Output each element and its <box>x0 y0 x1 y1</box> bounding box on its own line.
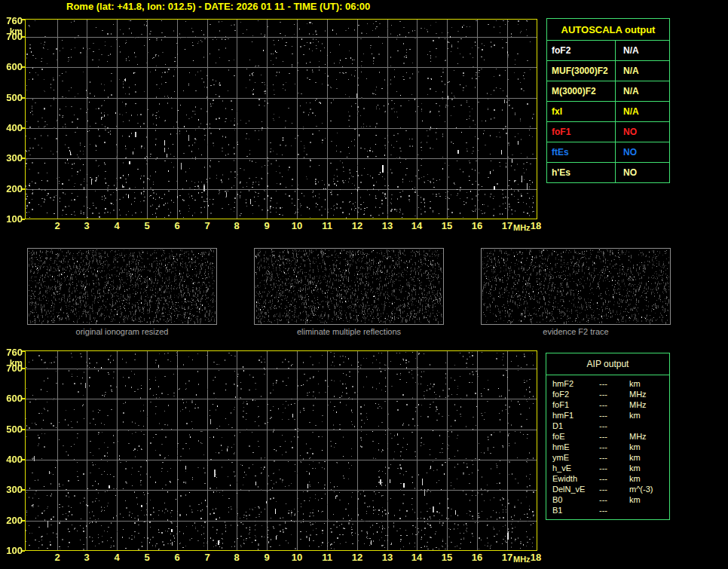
aip-row-label: foF1 <box>546 399 599 410</box>
bottom-y-axis-label-700: 700 <box>0 364 23 373</box>
top-x-axis-label-8: 8 <box>228 221 246 231</box>
bottom-y-axis-label-600: 600 <box>0 394 23 403</box>
bottom-y-axis-label-100: 100 <box>0 546 23 555</box>
autoscala-row-h'Es: h'EsNO <box>547 163 669 182</box>
autoscala-row-label: M(3000)F2 <box>547 81 616 101</box>
aip-row-label: hmF1 <box>546 410 599 421</box>
top-y-axis-label-500: 500 <box>0 93 23 102</box>
autoscala-row-fxI: fxIN/A <box>547 102 669 122</box>
aip-row-unit: km <box>629 378 669 389</box>
bottom-x-axis-label-11: 11 <box>318 552 336 562</box>
aip-row-B1: B1--- <box>546 505 669 515</box>
aip-row-label: Ewidth <box>546 473 599 484</box>
aip-row-unit: km <box>629 410 669 421</box>
bottom-y-axis-label-200: 200 <box>0 516 23 525</box>
aip-row-label: ymE <box>546 452 599 463</box>
aip-row-D1: D1--- <box>546 421 669 431</box>
autoscala-row-label: foF1 <box>547 122 616 142</box>
aip-row-DelN_vE: DelN_vE---m^(-3) <box>546 484 669 494</box>
bottom-y-axis-label-760: 760 <box>0 348 23 357</box>
bottom-x-axis-label-9: 9 <box>258 552 276 562</box>
aip-row-h_vE: h_vE---km <box>546 463 669 473</box>
autoscala-table-title: AUTOSCALA output <box>547 19 669 41</box>
aip-row-label: B1 <box>546 505 599 515</box>
autoscala-row-value: NO <box>616 163 669 182</box>
top-x-axis-label-15: 15 <box>438 221 456 231</box>
autoscala-row-foF1: foF1NO <box>547 122 669 142</box>
aip-row-unit: km <box>629 442 669 452</box>
top-y-axis-label-400: 400 <box>0 124 23 133</box>
aip-row-label: hmF2 <box>546 378 599 389</box>
autoscala-row-value: N/A <box>616 41 669 60</box>
autoscala-row-MUF(3000)F2: MUF(3000)F2N/A <box>547 61 669 81</box>
aip-row-unit <box>629 421 669 431</box>
aip-row-value: --- <box>599 378 629 389</box>
aip-row-label: h_vE <box>546 463 599 473</box>
aip-table-rows: hmF2---kmfoF2---MHzfoF1---MHzhmF1---kmD1… <box>546 375 669 519</box>
mid-panel-2 <box>254 248 444 325</box>
top-x-axis-label-12: 12 <box>348 221 366 231</box>
aip-table-title: AIP output <box>546 353 669 375</box>
aip-row-label: DelN_vE <box>546 484 599 494</box>
aip-row-value: --- <box>599 505 629 515</box>
bottom-y-axis-label-400: 400 <box>0 455 23 464</box>
aip-row-value: --- <box>599 399 629 410</box>
top-x-axis-label-13: 13 <box>378 221 396 231</box>
aip-row-value: --- <box>599 442 629 452</box>
bottom-x-axis-label-15: 15 <box>438 552 456 562</box>
top-y-axis-label-200: 200 <box>0 185 23 194</box>
bottom-x-axis-label-6: 6 <box>168 552 186 562</box>
mid-panel-3 <box>481 248 671 325</box>
top-x-axis-label-6: 6 <box>168 221 186 231</box>
aip-row-unit <box>629 505 669 515</box>
autoscala-row-value: NO <box>616 122 669 142</box>
top-x-axis-label-16: 16 <box>468 221 486 231</box>
page-title: Rome (lat: +41.8, lon: 012.5) - DATE: 20… <box>66 1 370 12</box>
aip-row-label: foF2 <box>546 389 599 399</box>
aip-row-value: --- <box>599 421 629 431</box>
aip-table: AIP output hmF2---kmfoF2---MHzfoF1---MHz… <box>546 353 670 520</box>
aip-row-value: --- <box>599 410 629 421</box>
top-y-axis-label-760: 760 <box>0 17 23 26</box>
top-x-axis-label-9: 9 <box>258 221 276 231</box>
aip-row-hmF2: hmF2---km <box>546 378 669 389</box>
aip-row-B0: B0---km <box>546 494 669 505</box>
aip-row-hmF1: hmF1---km <box>546 410 669 421</box>
bottom-x-axis-label-12: 12 <box>348 552 366 562</box>
top-ionogram-plot <box>21 19 541 220</box>
bottom-x-axis-label-16: 16 <box>468 552 486 562</box>
aip-row-foF1: foF1---MHz <box>546 399 669 410</box>
bottom-y-axis-label-500: 500 <box>0 425 23 434</box>
bottom-x-axis-label-2: 2 <box>48 552 66 562</box>
bottom-x-axis-label-10: 10 <box>288 552 306 562</box>
mid-panel-caption-1: original ionogram resized <box>27 327 217 336</box>
top-y-axis-label-100: 100 <box>0 215 23 224</box>
aip-row-unit: m^(-3) <box>629 484 669 494</box>
aip-row-label: foE <box>546 431 599 442</box>
aip-row-foE: foE---MHz <box>546 431 669 442</box>
bottom-x-axis-label-13: 13 <box>378 552 396 562</box>
top-x-axis-label-11: 11 <box>318 221 336 231</box>
bottom-x-axis-label-7: 7 <box>198 552 216 562</box>
bottom-x-axis-label-14: 14 <box>408 552 426 562</box>
aip-row-value: --- <box>599 473 629 484</box>
autoscala-row-value: N/A <box>616 61 669 81</box>
aip-row-unit: MHz <box>629 399 669 410</box>
aip-row-unit: km <box>629 463 669 473</box>
top-x-axis-label-18: 18 <box>528 221 543 231</box>
autoscala-row-ftEs: ftEsNO <box>547 142 669 163</box>
aip-row-unit: km <box>629 452 669 463</box>
aip-row-hmE: hmE---km <box>546 442 669 452</box>
autoscala-row-value: N/A <box>616 81 669 101</box>
aip-row-unit: MHz <box>629 389 669 399</box>
autoscala-row-label: h'Es <box>547 163 616 182</box>
bottom-x-axis-label-18: 18 <box>528 552 543 562</box>
top-x-axis-label-14: 14 <box>408 221 426 231</box>
aip-row-value: --- <box>599 463 629 473</box>
autoscala-screen: Rome (lat: +41.8, lon: 012.5) - DATE: 20… <box>0 0 728 569</box>
autoscala-table-rows: foF2N/AMUF(3000)F2N/AM(3000)F2N/AfxIN/Af… <box>547 41 669 182</box>
aip-row-label: B0 <box>546 494 599 505</box>
autoscala-row-value: NO <box>616 142 669 162</box>
aip-row-Ewidth: Ewidth---km <box>546 473 669 484</box>
mid-panel-1 <box>27 248 217 325</box>
